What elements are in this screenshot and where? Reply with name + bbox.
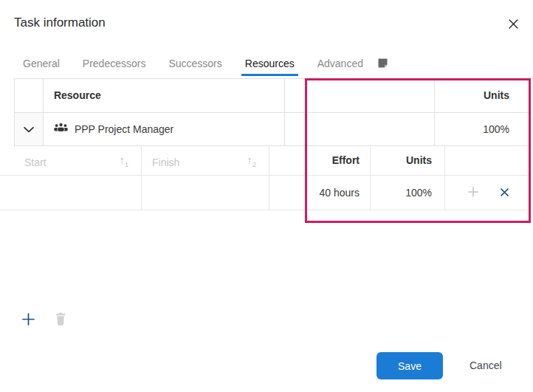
assignment-finish-cell[interactable] [142, 176, 269, 210]
start-label: Start [24, 148, 47, 177]
chevron-down-icon [24, 113, 34, 145]
header-actions [445, 145, 531, 175]
assignment-grid: Start ↑1 Finish ↑2 Effort Units 40 hours… [0, 145, 531, 210]
sticky-note-icon [377, 58, 388, 72]
header-start[interactable]: Start ↑1 [0, 145, 142, 175]
add-resource-button[interactable] [22, 313, 35, 328]
dialog-title: Task information [14, 16, 106, 30]
resource-grid: Resource Units [14, 78, 530, 146]
assignment-start-cell[interactable] [0, 176, 142, 210]
finish-label: Finish [152, 148, 179, 177]
tab-general[interactable]: General [23, 52, 60, 76]
save-button[interactable]: Save [376, 352, 443, 379]
resource-spacer-cell [285, 113, 435, 145]
sort-ascending-icon-1: ↑1 [119, 145, 128, 179]
assignment-row-actions [445, 176, 531, 210]
close-button[interactable] [505, 17, 521, 33]
trash-icon [55, 312, 66, 328]
resource-grid-header-row: Resource Units [15, 79, 529, 113]
assignment-effort-cell[interactable]: 40 hours [269, 176, 371, 210]
header-units[interactable]: Units [435, 79, 529, 112]
task-information-dialog: Task information General Predecessors Su… [0, 0, 533, 392]
header-spacer [285, 79, 435, 112]
plus-icon [468, 187, 478, 199]
assignment-grid-header-row: Start ↑1 Finish ↑2 Effort Units [0, 145, 531, 176]
tab-successors[interactable]: Successors [168, 52, 221, 76]
header-expander [15, 79, 44, 112]
header-resource[interactable]: Resource [44, 79, 285, 112]
header-effort[interactable]: Effort [269, 145, 371, 175]
remove-segment-button[interactable] [501, 188, 509, 199]
plus-icon [22, 313, 35, 328]
header-finish[interactable]: Finish ↑2 [142, 145, 269, 175]
tab-bar: General Predecessors Successors Resource… [23, 52, 388, 76]
row-expander-button[interactable] [15, 113, 44, 145]
cancel-button[interactable]: Cancel [465, 352, 506, 379]
sort-ascending-icon-2: ↑2 [247, 145, 256, 179]
assignment-row[interactable]: 40 hours 100% [0, 176, 531, 210]
close-icon [509, 19, 518, 31]
delete-resource-button[interactable] [55, 312, 66, 328]
resource-row[interactable]: PPP Project Manager 100% [15, 113, 529, 146]
tab-notes[interactable] [377, 52, 388, 76]
people-group-icon [54, 113, 68, 145]
tab-predecessors[interactable]: Predecessors [83, 52, 146, 76]
add-segment-button[interactable] [468, 187, 478, 199]
x-icon [501, 188, 509, 199]
resource-name-cell[interactable]: PPP Project Manager [44, 113, 285, 145]
resource-name: PPP Project Manager [75, 113, 173, 145]
resource-units-cell[interactable]: 100% [435, 113, 529, 145]
tab-advanced[interactable]: Advanced [317, 52, 363, 76]
assignment-units-cell[interactable]: 100% [371, 176, 445, 210]
header-sub-units[interactable]: Units [371, 145, 445, 175]
resource-toolbar [22, 312, 66, 328]
tab-resources[interactable]: Resources [245, 52, 295, 76]
